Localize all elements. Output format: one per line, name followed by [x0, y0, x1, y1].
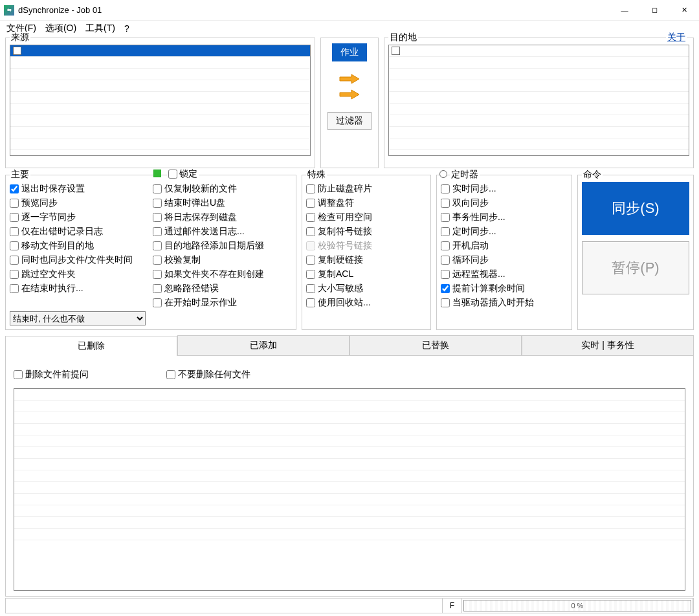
- no-delete-checkbox[interactable]: 不要删除任何文件: [166, 368, 250, 382]
- titlebar: ⇆ dSynchronize - Job 01 — ◻ ✕: [0, 0, 699, 21]
- maximize-button[interactable]: ◻: [639, 0, 669, 21]
- end-action-select[interactable]: 结束时, 什么也不做: [10, 311, 146, 325]
- option-checkbox[interactable]: 双向同步: [441, 196, 568, 210]
- option-checkbox[interactable]: 提前计算剩余时间: [441, 281, 568, 296]
- main-label: 主要: [10, 169, 30, 181]
- svg-marker-1: [340, 90, 359, 99]
- special-label: 特殊: [306, 169, 327, 181]
- option-checkbox[interactable]: 复制符号链接: [306, 225, 427, 239]
- destination-label: 目的地: [388, 32, 418, 43]
- special-group: 特殊 防止磁盘碎片调整盘符检查可用空间复制符号链接校验符号链接复制硬链接复制AC…: [302, 175, 431, 330]
- option-checkbox[interactable]: 如果文件夹不存在则创建: [153, 267, 292, 281]
- menu-help[interactable]: ?: [120, 22, 133, 35]
- menu-tools[interactable]: 工具(T): [82, 21, 119, 36]
- sync-button[interactable]: 同步(S): [582, 182, 689, 235]
- tab-replaced[interactable]: 已替换: [350, 335, 522, 355]
- option-checkbox[interactable]: 在开始时显示作业: [153, 296, 292, 310]
- status-bar: F 0 %: [5, 598, 694, 613]
- option-checkbox[interactable]: 检查可用空间: [306, 210, 427, 225]
- option-checkbox[interactable]: 当驱动器插入时开始: [441, 296, 568, 310]
- log-list[interactable]: [14, 388, 685, 591]
- main-group: 主要 锁定 退出时保存设置预览同步逐一字节同步仅在出错时记录日志移动文件到目的地…: [5, 175, 296, 330]
- minimize-button[interactable]: —: [610, 0, 639, 21]
- option-checkbox[interactable]: 复制硬链接: [306, 253, 427, 267]
- item-checkbox[interactable]: [392, 47, 400, 55]
- middle-controls: 作业 过滤器: [320, 38, 379, 168]
- about-link[interactable]: 关于: [666, 32, 687, 43]
- arrow-right-icon: [338, 89, 361, 100]
- arrow-right-icon: [338, 73, 361, 85]
- menu-options[interactable]: 选项(O): [41, 21, 80, 36]
- timer-radio-icon[interactable]: [439, 170, 447, 178]
- tab-realtime[interactable]: 实时 | 事务性: [522, 335, 694, 355]
- status-flag: F: [443, 599, 462, 613]
- option-checkbox[interactable]: 逐一字节同步: [10, 210, 149, 225]
- lock-checkbox[interactable]: 锁定: [167, 168, 199, 180]
- status-progress: 0 %: [462, 599, 693, 613]
- command-group: 命令 同步(S) 暂停(P): [577, 175, 694, 330]
- timer-label: 定时器: [450, 169, 480, 181]
- option-checkbox[interactable]: 通过邮件发送日志...: [153, 225, 292, 239]
- list-item[interactable]: [389, 45, 689, 57]
- option-checkbox[interactable]: 在结束时执行...: [10, 281, 149, 296]
- source-label: 来源: [10, 32, 30, 43]
- option-checkbox[interactable]: 目的地路径添加日期后缀: [153, 239, 292, 253]
- ask-before-delete-checkbox[interactable]: 删除文件前提问: [14, 368, 89, 382]
- status-indicator-icon: [153, 170, 161, 177]
- option-checkbox[interactable]: 预览同步: [10, 196, 149, 210]
- source-list[interactable]: [10, 45, 311, 156]
- pause-button[interactable]: 暂停(P): [582, 241, 689, 294]
- option-checkbox[interactable]: 定时同步...: [441, 225, 568, 239]
- option-checkbox[interactable]: 调整盘符: [306, 196, 427, 210]
- app-icon: ⇆: [4, 5, 14, 16]
- command-label: 命令: [582, 169, 603, 181]
- menubar: 文件(F) 选项(O) 工具(T) ?: [0, 21, 699, 36]
- option-checkbox[interactable]: 复制ACL: [306, 267, 427, 281]
- tab-deleted[interactable]: 已删除: [5, 336, 177, 356]
- option-checkbox[interactable]: 开机启动: [441, 239, 568, 253]
- option-checkbox[interactable]: 退出时保存设置: [10, 182, 149, 196]
- option-checkbox[interactable]: 使用回收站...: [306, 296, 427, 310]
- close-button[interactable]: ✕: [669, 0, 699, 21]
- tab-content: 删除文件前提问 不要删除任何文件: [5, 356, 694, 597]
- option-checkbox[interactable]: 循环同步: [441, 253, 568, 267]
- option-checkbox[interactable]: 忽略路径错误: [153, 281, 292, 296]
- option-checkbox[interactable]: 校验复制: [153, 253, 292, 267]
- tabs: 已删除 已添加 已替换 实时 | 事务性: [5, 335, 694, 356]
- option-checkbox[interactable]: 移动文件到目的地: [10, 239, 149, 253]
- filter-button[interactable]: 过滤器: [327, 112, 372, 130]
- svg-marker-0: [340, 74, 359, 83]
- option-checkbox[interactable]: 仅复制较新的文件: [153, 182, 292, 196]
- job-button[interactable]: 作业: [332, 43, 367, 61]
- timer-group: 定时器 实时同步...双向同步事务性同步...定时同步...开机启动循环同步远程…: [436, 175, 572, 330]
- option-checkbox[interactable]: 跳过空文件夹: [10, 267, 149, 281]
- option-checkbox[interactable]: 结束时弹出U盘: [153, 196, 292, 210]
- destination-list[interactable]: [388, 45, 689, 156]
- option-checkbox[interactable]: 将日志保存到磁盘: [153, 210, 292, 225]
- option-checkbox[interactable]: 实时同步...: [441, 182, 568, 196]
- item-checkbox[interactable]: [13, 47, 21, 55]
- option-checkbox[interactable]: 大小写敏感: [306, 281, 427, 296]
- destination-group: 目的地 关于: [384, 38, 694, 168]
- tab-added[interactable]: 已添加: [177, 335, 350, 355]
- status-text: [6, 599, 443, 613]
- option-checkbox[interactable]: 同时也同步文件/文件夹时间: [10, 253, 149, 267]
- option-checkbox[interactable]: 远程监视器...: [441, 267, 568, 281]
- list-item[interactable]: [10, 45, 310, 57]
- option-checkbox[interactable]: 校验符号链接: [306, 239, 427, 253]
- option-checkbox[interactable]: 事务性同步...: [441, 210, 568, 225]
- source-group: 来源: [5, 38, 315, 168]
- option-checkbox[interactable]: 防止磁盘碎片: [306, 182, 427, 196]
- window-title: dSynchronize - Job 01: [18, 5, 610, 15]
- option-checkbox[interactable]: 仅在出错时记录日志: [10, 225, 149, 239]
